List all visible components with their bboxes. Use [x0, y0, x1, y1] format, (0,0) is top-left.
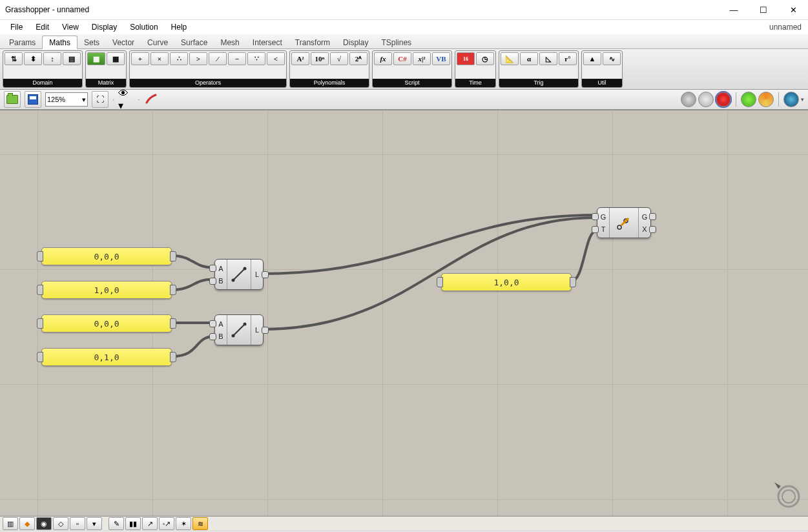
tab-sets[interactable]: Sets [78, 36, 106, 48]
time-cal[interactable]: 16 [457, 52, 475, 65]
minimize-button[interactable]: — [719, 0, 749, 19]
menu-help[interactable]: Help [165, 21, 194, 33]
op-add[interactable]: + [131, 52, 149, 65]
input-label-t[interactable]: T [601, 225, 606, 233]
port-out-l[interactable] [262, 327, 269, 334]
zoom-extents-button[interactable]: ⛶ [92, 91, 109, 108]
op-sort[interactable]: ∵ [247, 52, 265, 65]
bt-8[interactable]: ▮▮ [125, 517, 141, 530]
bt-7[interactable]: ✎ [109, 517, 124, 530]
zoom-combo[interactable]: 125%▾ [45, 92, 88, 107]
tab-curve[interactable]: Curve [141, 36, 174, 48]
shade-mode-3[interactable] [716, 92, 731, 107]
move-component[interactable]: G T G X [597, 207, 651, 238]
domain-tool-1[interactable]: ⇅ [5, 52, 23, 65]
bt-10[interactable]: ◦↗ [159, 517, 174, 530]
input-label-b[interactable]: B [218, 277, 223, 285]
tab-vector[interactable]: Vector [106, 36, 141, 48]
op-cloud[interactable]: ∴ [170, 52, 188, 65]
bt-3[interactable]: ◉ [36, 517, 52, 530]
script-x2[interactable]: x|² [413, 52, 431, 65]
panel-vector[interactable]: 1,0,0 [441, 273, 572, 291]
poly-sq[interactable]: A² [291, 52, 309, 65]
poly-log[interactable]: 10ⁿ [311, 52, 329, 65]
tab-surface[interactable]: Surface [174, 36, 214, 48]
panel-input-2[interactable]: 1,0,0 [41, 281, 172, 299]
bt-4[interactable]: ◇ [53, 517, 68, 530]
poly-2a[interactable]: 2ᴬ [349, 52, 368, 65]
trig-4[interactable]: r° [559, 52, 577, 65]
bt-6[interactable]: ▾ [87, 517, 102, 530]
grip-icon[interactable] [437, 277, 443, 287]
grip-icon[interactable] [37, 285, 43, 295]
grip-icon[interactable] [37, 352, 43, 362]
panel-input-3[interactable]: 0,0,0 [41, 314, 172, 332]
grip-icon[interactable] [37, 318, 43, 329]
port-out-g[interactable] [649, 213, 656, 220]
script-fx[interactable]: fx [374, 52, 392, 65]
op-mul[interactable]: × [150, 52, 169, 65]
tab-params[interactable]: Params [3, 36, 42, 48]
bt-2[interactable]: ◆ [19, 517, 35, 530]
input-label-a[interactable]: A [218, 265, 223, 272]
bt-12[interactable]: ≋ [192, 517, 208, 530]
tab-tsplines[interactable]: TSplines [375, 36, 418, 48]
grip-icon[interactable] [170, 251, 176, 261]
panel-input-4[interactable]: 0,1,0 [41, 348, 172, 366]
bt-1[interactable]: ▥ [3, 517, 18, 530]
output-label-l[interactable]: L [255, 271, 259, 278]
port-in-g[interactable] [592, 213, 599, 220]
input-label-g[interactable]: G [601, 213, 606, 221]
maximize-button[interactable]: ☐ [749, 0, 778, 19]
tab-intersect[interactable]: Intersect [246, 36, 289, 48]
script-vb[interactable]: VB [432, 52, 450, 65]
bt-9[interactable]: ↗ [142, 517, 158, 530]
port-in-a[interactable] [209, 265, 216, 272]
matrix-tool-1[interactable]: ▦ [87, 52, 105, 65]
script-cs[interactable]: C# [393, 52, 411, 65]
op-gt[interactable]: > [189, 52, 207, 65]
op-div[interactable]: ⁄ [209, 52, 227, 65]
close-button[interactable]: ✕ [778, 0, 808, 19]
preview-toggle[interactable]: 👁 ▾ [118, 92, 134, 107]
output-label-l[interactable]: L [255, 326, 259, 334]
port-out-x[interactable] [649, 226, 656, 233]
bt-5[interactable]: ▫ [70, 517, 85, 530]
tab-transform[interactable]: Transform [289, 36, 337, 48]
port-in-b[interactable] [209, 333, 216, 340]
util-1[interactable]: ▲ [583, 52, 601, 65]
port-in-t[interactable] [592, 226, 599, 233]
canvas[interactable]: 0,0,0 1,0,0 0,0,0 0,1,0 1,0,0 A B [0, 110, 808, 516]
tab-display[interactable]: Display [337, 36, 375, 48]
domain-tool-2[interactable]: ⬍ [24, 52, 42, 65]
port-in-b[interactable] [209, 278, 216, 285]
menu-display[interactable]: Display [85, 21, 123, 33]
tab-mesh[interactable]: Mesh [214, 36, 245, 48]
output-label-x[interactable]: X [642, 225, 647, 233]
op-lt[interactable]: < [267, 52, 285, 65]
line-component-1[interactable]: A B L [214, 259, 264, 290]
shade-mode-2[interactable] [698, 92, 714, 107]
menu-edit[interactable]: Edit [29, 21, 56, 33]
input-label-b[interactable]: B [218, 332, 223, 340]
util-2[interactable]: ∿ [603, 52, 621, 65]
output-label-g[interactable]: G [642, 213, 648, 221]
port-out-l[interactable] [262, 271, 269, 278]
grip-icon[interactable] [570, 277, 576, 287]
settings-sphere[interactable] [783, 92, 799, 107]
grip-icon[interactable] [170, 318, 176, 329]
trig-2[interactable]: α [520, 52, 538, 65]
save-button[interactable] [25, 91, 41, 108]
wire-mode-2[interactable] [758, 92, 774, 107]
trig-3[interactable]: ◺ [539, 52, 557, 65]
menu-view[interactable]: View [56, 21, 85, 33]
grip-icon[interactable] [37, 251, 43, 261]
bt-11[interactable]: ✶ [176, 517, 191, 530]
wire-mode-1[interactable] [741, 92, 756, 107]
sketch-button[interactable] [144, 92, 160, 107]
time-clock[interactable]: ◷ [476, 52, 494, 65]
domain-tool-3[interactable]: ↕ [43, 52, 61, 65]
panel-input-1[interactable]: 0,0,0 [41, 247, 172, 265]
input-label-a[interactable]: A [218, 320, 223, 328]
tab-maths[interactable]: Maths [42, 36, 78, 49]
